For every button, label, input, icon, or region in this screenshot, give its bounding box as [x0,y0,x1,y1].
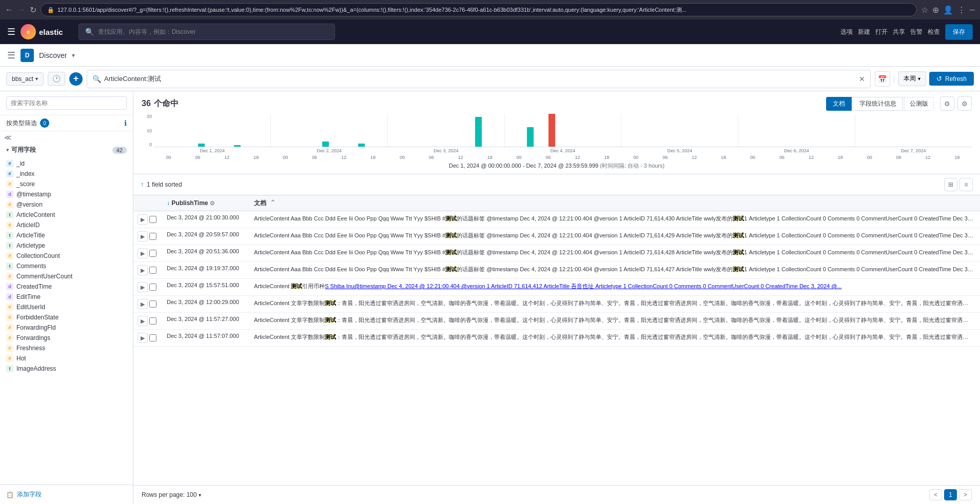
prev-page-btn[interactable]: < [929,489,942,500]
search-input[interactable] [104,75,856,83]
alert-btn[interactable]: 告警 [910,28,923,36]
field-type-icon: # [6,160,13,167]
field-item[interactable]: # Hot [0,353,133,364]
hist-day[interactable] [738,114,855,147]
field-item[interactable]: d EditTime [0,292,133,302]
field-item[interactable]: # _id [0,158,133,169]
doc-expand-btn[interactable]: ⌃ [270,198,276,207]
rows-per-page-selector[interactable]: Rows per page: 100 ▾ [142,491,201,498]
back-button[interactable]: ← [5,5,13,14]
time-filter-icon-btn[interactable]: 🕐 [48,72,65,86]
row-checkbox[interactable] [149,267,156,274]
field-item[interactable]: t Articletype [0,240,133,251]
field-item[interactable]: t Comments [0,261,133,271]
chart-edit-icon-btn[interactable]: ⚙ [957,96,972,111]
row-checkbox[interactable] [149,250,156,257]
field-item[interactable]: # Freshness [0,343,133,353]
field-item[interactable]: t ArticleContent [0,210,133,220]
row-expand-btn[interactable]: ▶ [138,333,148,343]
hist-bar [322,142,329,147]
fields-collapse-icon[interactable]: ▾ [6,147,9,153]
forward-button[interactable]: → [17,5,26,14]
table-scroll[interactable]: ↓ PublishTime ⊙ 文档 ⌃ ▶ [133,195,980,485]
tab-documents[interactable]: 文档 [826,97,852,111]
row-checkbox[interactable] [149,317,156,325]
save-btn[interactable]: 保存 [945,24,973,40]
field-item[interactable]: d CreatedTime [0,281,133,292]
field-item[interactable]: # CommentUserCount [0,271,133,281]
field-item[interactable]: # _index [0,169,133,179]
reload-button[interactable]: ↻ [30,5,36,15]
app-menu-icon[interactable]: ☰ [7,50,15,61]
histogram-wrapper: 20 10 0 Dec 1, 2024Dec 2, 2024Dec 3, 202… [142,114,972,160]
field-item[interactable]: # CollectionCount [0,251,133,261]
row-checkbox[interactable] [149,233,156,240]
table-list-view-btn[interactable]: ≡ [959,178,973,191]
row-expand-btn[interactable]: ▶ [138,231,148,241]
hist-bar [234,145,241,147]
row-expand-btn[interactable]: ▶ [138,316,148,326]
field-item[interactable]: t ImageAddress [0,364,133,374]
add-filter-btn[interactable]: + [69,72,83,86]
search-clear-btn[interactable]: ✕ [859,75,865,83]
field-type-icon: t [6,365,13,372]
row-checkbox[interactable] [149,216,156,223]
row-expand-btn[interactable]: ▶ [138,299,148,309]
field-item[interactable]: t ArticleTitle [0,230,133,240]
app-chevron-icon: ▾ [72,52,75,59]
row-checkbox[interactable] [149,300,156,308]
calendar-icon-btn[interactable]: 📅 [875,71,890,87]
field-item[interactable]: # ArticleID [0,220,133,230]
options-btn[interactable]: 选项 [840,28,853,36]
chart-settings-icon-btn[interactable]: ⚙ [940,96,954,111]
hist-day[interactable] [271,114,387,147]
field-item[interactable]: # EditUserId [0,302,133,312]
field-item[interactable]: d @timestamp [0,189,133,199]
inspect-btn[interactable]: 检查 [928,28,940,36]
open-btn[interactable]: 打开 [875,28,888,36]
row-expand-btn[interactable]: ▶ [138,282,148,292]
table-grid-view-btn[interactable]: ⊞ [944,178,957,191]
hist-day[interactable] [505,114,621,147]
url-bar[interactable]: 🔒 127.0.0.1:5601/app/discover#/?_g=(filt… [41,3,917,16]
field-item[interactable]: # Forwardings [0,333,133,343]
col-timestamp[interactable]: ↓ PublishTime ⊙ [161,195,248,211]
field-type-icon: # [6,304,13,311]
hist-day[interactable] [154,114,270,147]
hist-day[interactable] [388,114,504,147]
tab-field-stats[interactable]: 字段统计信息 [853,97,903,111]
doc-cell: ArticleContent Aaa Bbb Ccc Ddd Eee Iii O… [248,228,980,245]
row-expand-btn[interactable]: ▶ [138,214,148,225]
share-btn[interactable]: 共享 [893,28,905,36]
tab-beta[interactable]: 公测版 [904,97,934,111]
search-input-wrapper[interactable]: 🔍 ✕ [87,70,871,88]
sidebar-collapse-btn[interactable]: ≪ [4,133,12,142]
hist-day[interactable] [855,114,972,147]
header-actions: 选项 新建 打开 共享 告警 检查 保存 [840,24,973,40]
histogram-bars-area[interactable] [154,114,972,147]
global-search[interactable]: 🔍 查找应用、内容等，例如：Discover [79,24,335,40]
row-expand-btn[interactable]: ▶ [138,265,148,275]
timestamp-cell: Dec 3, 2024 @ 15:57:51.000 [161,279,248,296]
add-field-btn[interactable]: 📋 添加字段 [6,490,42,499]
field-name: ArticleID [16,221,40,229]
field-search-input[interactable] [6,96,127,110]
minimize-icon: ─ [970,6,975,14]
week-selector[interactable]: 本周 ▾ [898,71,926,86]
new-btn[interactable]: 新建 [858,28,870,36]
page-1-btn[interactable]: 1 [944,489,957,500]
refresh-button[interactable]: ↺ Refresh [929,72,974,86]
field-item[interactable]: # ForbiddenState [0,312,133,322]
field-item[interactable]: # ForwardingFld [0,322,133,333]
filter-label: 按类型筛选 [6,119,37,128]
hist-day[interactable] [621,114,738,147]
row-checkbox[interactable] [149,334,156,341]
hamburger-menu[interactable]: ☰ [7,26,15,37]
field-item[interactable]: # _score [0,179,133,189]
field-item[interactable]: # @version [0,199,133,210]
row-checkbox[interactable] [149,284,156,291]
row-expand-btn[interactable]: ▶ [138,248,148,258]
index-selector[interactable]: bbs_act ▾ [6,72,44,86]
filter-info-icon[interactable]: ℹ [124,119,127,127]
next-page-btn[interactable]: > [959,489,972,500]
